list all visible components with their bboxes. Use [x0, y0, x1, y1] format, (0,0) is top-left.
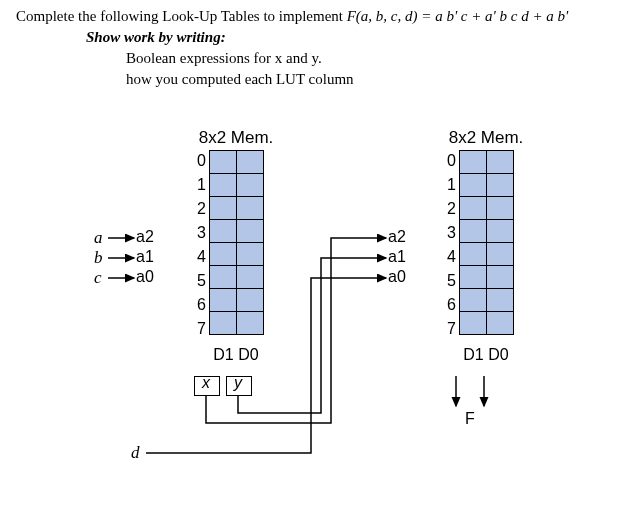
mem2-row6: 6 — [442, 296, 456, 314]
mem2-row1: 1 — [442, 176, 456, 194]
mem2-row7: 7 — [442, 320, 456, 338]
mem2-row3: 3 — [442, 224, 456, 242]
mem2-box: 8x2 Mem. — [416, 128, 556, 335]
mem1-a2: a2 — [136, 228, 154, 246]
mem2-a1: a1 — [388, 248, 406, 266]
mem1-a0: a0 — [136, 268, 154, 286]
mem2-row5: 5 — [442, 272, 456, 290]
mem1-y-label: y — [228, 374, 248, 392]
mem1-x-label: x — [196, 374, 216, 392]
mem2-row4: 4 — [442, 248, 456, 266]
mem2-row0: 0 — [442, 152, 456, 170]
prompt-line2: Show work by writing: — [86, 29, 618, 46]
mem2-a0: a0 — [388, 268, 406, 286]
mem1-row5: 5 — [192, 272, 206, 290]
input-c: c — [94, 268, 102, 288]
mem1-row3: 3 — [192, 224, 206, 242]
mem1-row4: 4 — [192, 248, 206, 266]
mem1-a1: a1 — [136, 248, 154, 266]
mem2-title: 8x2 Mem. — [416, 128, 556, 148]
mem2-row2: 2 — [442, 200, 456, 218]
mem2-table — [459, 150, 514, 335]
prompt-line3: Boolean expressions for x and y. — [126, 50, 618, 67]
input-d: d — [131, 443, 140, 463]
mem2-outs: D1 D0 — [456, 346, 516, 364]
mem1-title: 8x2 Mem. — [166, 128, 306, 148]
prompt-line4: how you computed each LUT column — [126, 71, 618, 88]
mem1-row2: 2 — [192, 200, 206, 218]
input-b: b — [94, 248, 103, 268]
mem1-table — [209, 150, 264, 335]
mem1-box: 8x2 Mem. — [166, 128, 306, 335]
mem1-outs: D1 D0 — [206, 346, 266, 364]
lut-diagram: 8x2 Mem. 0 1 2 3 4 5 6 7 a2 a1 a0 D1 D0 … — [16, 128, 616, 488]
mem1-row6: 6 — [192, 296, 206, 314]
mem2-a2: a2 — [388, 228, 406, 246]
mem1-row7: 7 — [192, 320, 206, 338]
mem2-F: F — [460, 410, 480, 428]
mem1-row1: 1 — [192, 176, 206, 194]
input-a: a — [94, 228, 103, 248]
prompt-line1: Complete the following Look-Up Tables to… — [16, 8, 618, 25]
mem1-row0: 0 — [192, 152, 206, 170]
